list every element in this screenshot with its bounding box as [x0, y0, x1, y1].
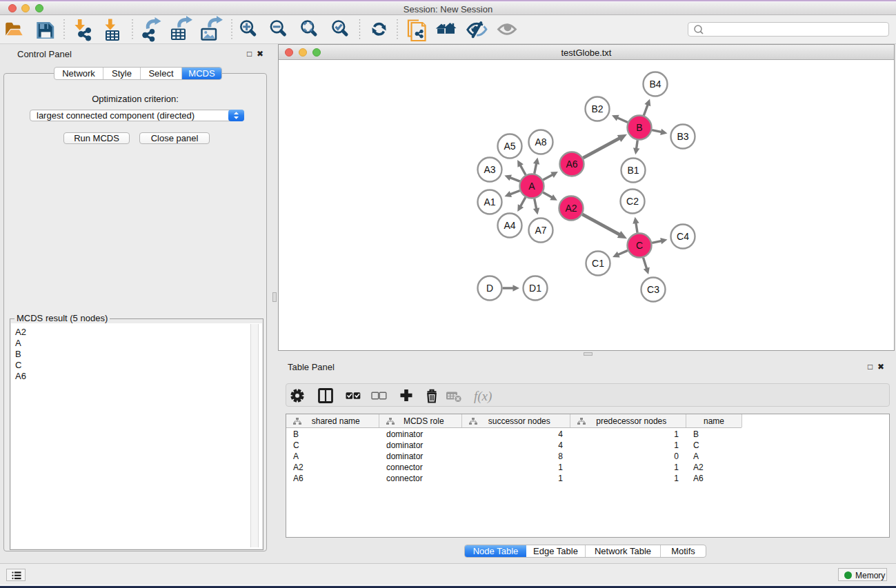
svg-text:f(x): f(x) [474, 389, 492, 404]
svg-text:D1: D1 [529, 283, 541, 294]
svg-text:B3: B3 [677, 131, 688, 142]
svg-text:C3: C3 [647, 284, 659, 295]
svg-text:A4: A4 [504, 220, 515, 231]
svg-text:B2: B2 [591, 103, 603, 114]
svg-text:A1: A1 [484, 196, 495, 207]
svg-text:C: C [636, 240, 643, 251]
svg-text:B1: B1 [627, 165, 639, 176]
svg-text:A: A [528, 181, 535, 192]
svg-text:A6: A6 [566, 159, 577, 170]
svg-text:A7: A7 [535, 225, 546, 236]
svg-text:A2: A2 [565, 203, 577, 214]
svg-text:C1: C1 [592, 258, 604, 269]
svg-text:B: B [636, 122, 642, 133]
svg-text:A8: A8 [535, 136, 546, 148]
svg-text:A3: A3 [484, 164, 495, 175]
svg-text:A5: A5 [504, 141, 515, 152]
svg-text:C4: C4 [677, 231, 689, 242]
svg-text:B4: B4 [649, 79, 661, 90]
svg-text:C2: C2 [626, 196, 639, 207]
svg-text:D: D [486, 283, 493, 294]
